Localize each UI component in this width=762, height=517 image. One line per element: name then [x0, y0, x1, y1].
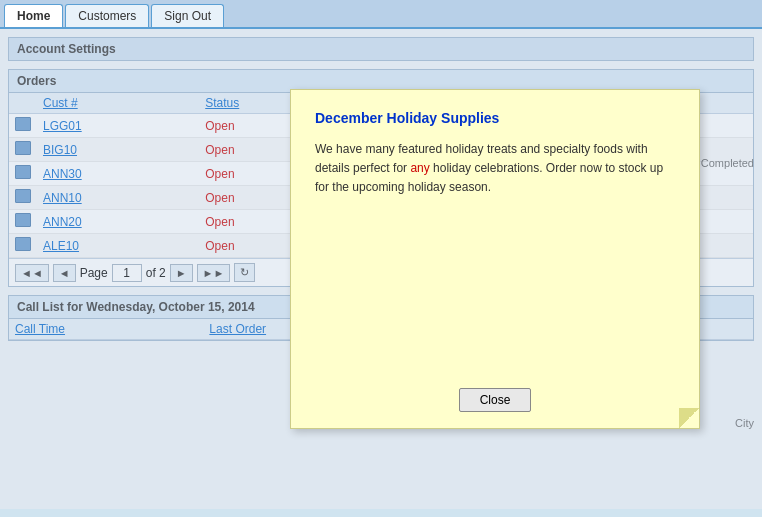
modal: December Holiday Supplies We have many f… [290, 89, 700, 429]
modal-body: We have many featured holiday treats and… [315, 140, 675, 368]
tab-customers[interactable]: Customers [65, 4, 149, 27]
modal-body-highlight: any [410, 161, 429, 175]
main-content: Account Settings Orders Cust # Status De… [0, 29, 762, 509]
modal-title: December Holiday Supplies [315, 110, 675, 126]
modal-footer: Close [315, 388, 675, 412]
modal-close-button[interactable]: Close [459, 388, 532, 412]
tab-bar: Home Customers Sign Out [0, 0, 762, 29]
tab-home[interactable]: Home [4, 4, 63, 27]
tab-sign-out[interactable]: Sign Out [151, 4, 224, 27]
